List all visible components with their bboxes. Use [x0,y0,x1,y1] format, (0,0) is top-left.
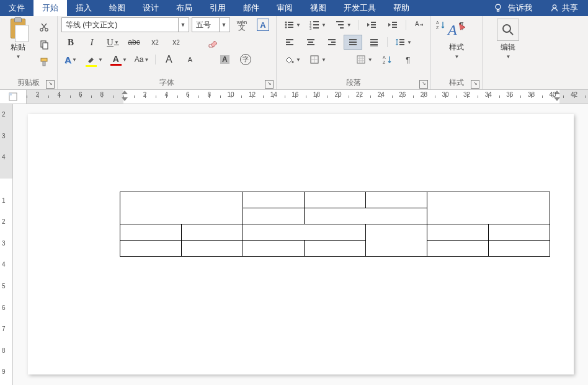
borders-button[interactable]: ▼ [306,52,329,67]
svg-rect-7 [41,58,47,61]
align-left-icon [283,36,296,48]
clear-format-button[interactable] [204,35,223,50]
share-button[interactable]: 共享 [546,2,581,14]
phonetic-icon: wén文 [237,20,247,30]
tab-developer[interactable]: 开发工具 [335,0,385,16]
bold-button[interactable]: B [61,35,80,50]
shrink-font-button[interactable]: A [180,52,199,67]
highlighter-icon [85,53,97,65]
edit-button[interactable]: 编辑 ▼ [493,17,523,60]
styles-launcher-icon[interactable]: ↘ [471,80,479,89]
tab-view[interactable]: 视图 [301,0,335,16]
ribbon: 粘贴 ▼ [0,16,588,90]
tab-references[interactable]: 引用 [201,0,234,16]
svg-rect-38 [286,44,293,45]
font-color-button[interactable]: A▼ [108,52,130,67]
tab-design[interactable]: 设计 [134,0,167,16]
chevron-down-icon: ▼ [178,18,187,32]
cut-button[interactable] [35,20,53,35]
tab-home[interactable]: 开始 [33,0,67,16]
font-size-combo[interactable]: 五号 ▼ [192,17,230,32]
tab-file[interactable]: 文件 [0,0,33,16]
char-shading-button[interactable]: A [215,52,234,67]
change-case-button[interactable]: Aa▼ [132,52,152,67]
svg-text:Z: Z [383,60,386,64]
document-table[interactable] [120,192,550,257]
styles-button[interactable]: A 样式 ▼ [442,17,471,60]
format-painter-button[interactable] [35,55,53,69]
align-justify-icon [347,36,359,48]
table-row[interactable] [120,241,550,257]
enclose-char-button[interactable]: 字 [236,52,255,67]
grow-font-button[interactable]: A [159,52,178,67]
tab-insert[interactable]: 插入 [67,0,100,16]
bullets-icon [283,19,295,31]
svg-rect-47 [349,44,357,45]
tab-layout[interactable]: 布局 [167,0,201,16]
text-effects-button[interactable]: A ▼ [61,52,80,67]
align-center-button[interactable] [301,35,320,50]
align-justify-button[interactable] [344,35,362,50]
borders-icon [308,53,321,66]
numbering-button[interactable]: 123▼ [306,17,329,32]
decrease-indent-button[interactable] [362,17,381,32]
ltr-button[interactable]: A [410,17,429,32]
increase-indent-button[interactable] [383,17,402,32]
tab-mailings[interactable]: 邮件 [234,0,268,16]
clipboard-launcher-icon[interactable]: ↘ [46,80,55,89]
italic-button[interactable]: I [82,35,101,50]
table-row[interactable] [120,224,550,241]
align-left-button[interactable] [280,35,299,50]
shading-button[interactable]: ▼ [280,52,303,67]
font-name-combo[interactable]: 等线 (中文正文) ▼ [61,17,189,32]
format-painter-icon [38,56,50,68]
tab-help[interactable]: 帮助 [385,0,418,16]
subscript-button[interactable]: x2 [146,35,164,50]
horizontal-ruler[interactable]: 8642246810121416182022242628303234363840… [0,90,588,104]
tab-draw[interactable]: 绘图 [100,0,134,16]
tab-review[interactable]: 审阅 [268,0,301,16]
document-canvas[interactable] [13,104,588,385]
svg-rect-36 [286,39,293,40]
vertical-ruler[interactable]: 43211234567891011 [0,104,13,385]
align-right-button[interactable] [323,35,341,50]
copy-icon [38,38,50,51]
superscript-button[interactable]: x2 [167,35,185,50]
svg-point-4 [45,29,48,31]
phonetic-guide-button[interactable]: wén文 [233,17,251,32]
paragraph-launcher-icon[interactable]: ↘ [419,80,428,89]
svg-rect-30 [392,22,397,23]
para-marks-button[interactable]: ¶ [399,52,417,67]
svg-rect-56 [357,56,365,63]
paste-button[interactable]: 粘贴 ▼ [4,17,32,60]
pilcrow-small-icon: ¶ [402,53,414,66]
align-distribute-button[interactable] [365,35,383,50]
svg-rect-49 [370,42,378,43]
svg-rect-40 [308,42,313,43]
styles-icon: A [445,19,468,41]
bullets-button[interactable]: ▼ [280,17,303,32]
svg-point-14 [285,24,287,26]
svg-marker-11 [88,58,94,63]
edit-label: 编辑 [501,42,515,53]
character-border-button[interactable]: A [254,17,272,32]
snap-to-grid-button[interactable]: ▼ [352,52,375,67]
ruler-corner-icon [0,90,27,104]
group-styles-label: 样式 ↘ [435,78,478,89]
strike-button[interactable]: abc [125,35,143,50]
table-row[interactable] [120,192,550,208]
svg-rect-6 [43,43,48,49]
align-distribute-icon [368,36,380,48]
font-launcher-icon[interactable]: ↘ [265,80,274,89]
copy-button[interactable] [35,37,53,52]
underline-button[interactable]: U▼ [104,35,122,50]
line-spacing-button[interactable]: ▼ [391,35,414,50]
sort-para-button[interactable]: AZ [378,52,396,67]
svg-rect-15 [288,24,293,25]
svg-point-60 [503,25,510,32]
scissors-icon [38,21,50,33]
highlight-button[interactable]: ▼ [82,52,105,67]
multilevel-button[interactable]: ▼ [331,17,354,32]
svg-rect-50 [370,44,378,45]
tell-me[interactable]: 告诉我 [489,2,535,14]
